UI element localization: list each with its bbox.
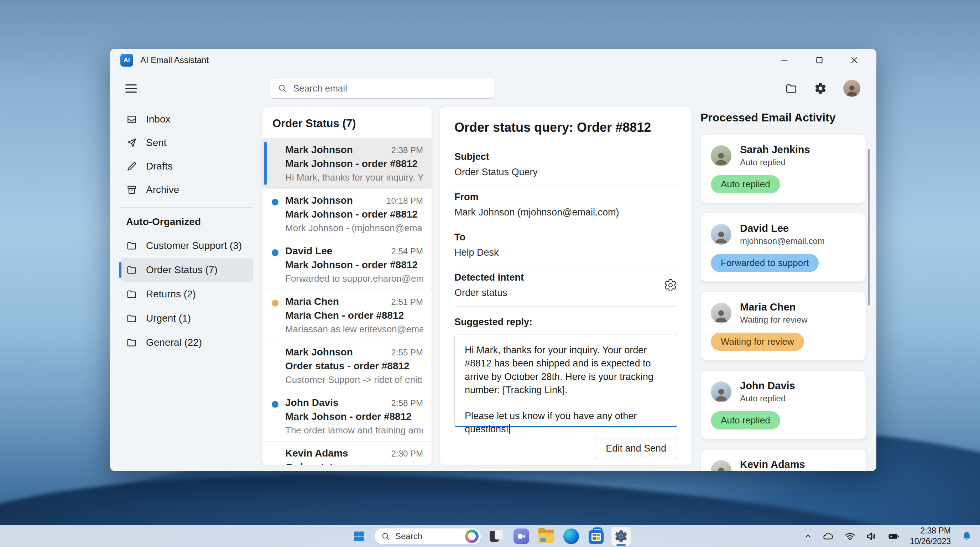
- email-list-panel: Order Status (7) Mark Johnson2:38 PM Mar…: [262, 107, 432, 465]
- desktop: AI AI Email Assistant Search email: [0, 0, 980, 547]
- field-detected-intent: Detected intent Order status: [454, 266, 677, 307]
- activity-card[interactable]: John Davis Auto replied Auto replied: [700, 370, 866, 439]
- field-from: From Mark Johnson (mjohnson@email.com): [454, 186, 677, 226]
- edge-browser-button[interactable]: [562, 527, 581, 546]
- email-list-item[interactable]: Maria Chen2:51 PM Maria Chen - order #88…: [262, 290, 431, 340]
- archive-icon: [126, 184, 137, 196]
- activity-card[interactable]: Maria Chen Waiting for review Waiting fo…: [700, 292, 866, 360]
- email-list-item[interactable]: Mark Johnson10:18 PM Mark Johnson - orde…: [262, 189, 431, 239]
- activity-subtitle: Auto replied: [740, 157, 810, 167]
- folder-icon: [126, 288, 137, 300]
- text-cursor: [509, 424, 510, 434]
- sidebar-folder-customer-support[interactable]: Customer Support (3): [121, 234, 253, 258]
- sidebar-item-drafts[interactable]: Drafts: [110, 154, 262, 178]
- email-time: 10:18 PM: [387, 196, 423, 206]
- activity-card[interactable]: Sarah Jenkins Auto replied Auto replied: [700, 134, 866, 203]
- file-explorer-button[interactable]: [537, 527, 556, 546]
- unread-dot: [272, 401, 278, 408]
- avatar: [711, 145, 732, 166]
- activity-card[interactable]: Kevin Adams Forwarded to support Forward…: [700, 449, 866, 471]
- chevron-up-icon[interactable]: [804, 532, 812, 541]
- store-icon: [589, 530, 604, 544]
- email-time: 2:55 PM: [391, 348, 423, 358]
- intent-settings-gear-icon[interactable]: [664, 278, 677, 292]
- folder-icon: [126, 264, 137, 276]
- scrollbar[interactable]: [868, 149, 870, 305]
- email-subject: Order status - order #8812: [285, 360, 423, 372]
- email-list-item[interactable]: Kevin Adams2:30 PM Order status query Yo…: [262, 442, 431, 465]
- inbox-icon: [126, 114, 137, 125]
- clock-date: 10/26/2023: [910, 536, 951, 547]
- sidebar-item-label: Sent: [146, 137, 167, 148]
- taskbar-search[interactable]: Search: [374, 528, 481, 544]
- volume-icon[interactable]: [866, 531, 877, 542]
- status-badge: Auto replied: [711, 411, 780, 429]
- suggested-reply-textarea[interactable]: Hi Mark, thanks for your inquiry. Your o…: [454, 334, 677, 427]
- email-list-item[interactable]: David Lee2:54 PM Mark Johnson - order #8…: [262, 239, 431, 290]
- email-subject: Maria Chen - order #8812: [285, 310, 423, 321]
- activity-subtitle: mjohnson@email.com: [740, 236, 825, 246]
- maximize-button[interactable]: [813, 54, 826, 66]
- email-sender: Kevin Adams: [285, 448, 348, 459]
- sidebar-folder-order-status[interactable]: Order Status (7): [121, 258, 253, 282]
- sidebar-item-sent[interactable]: Sent: [110, 131, 262, 154]
- field-value: Mark Johnson (mjohnson@email.com): [454, 207, 677, 218]
- chat-app-button[interactable]: [512, 527, 531, 546]
- app-window: AI AI Email Assistant Search email: [110, 49, 877, 471]
- email-preview: Hi Mark, thanks for your inquiry. Y...: [285, 172, 423, 183]
- sidebar-folder-general[interactable]: General (22): [121, 331, 253, 355]
- sidebar-folder-urgent[interactable]: Urgent (1): [121, 307, 253, 330]
- email-sender: Mark Johnson: [285, 347, 353, 358]
- email-preview: Mork Johnson - (mjohnson@email...: [285, 223, 423, 234]
- user-avatar[interactable]: [843, 80, 860, 97]
- sidebar-item-label: Archive: [146, 184, 179, 196]
- minimize-button[interactable]: [778, 54, 791, 66]
- sidebar-folder-returns[interactable]: Returns (2): [121, 282, 253, 306]
- search-icon: [277, 83, 287, 93]
- email-subject: Mark Johnson - order #8812: [285, 158, 423, 170]
- bell-icon[interactable]: [961, 530, 973, 542]
- search-input[interactable]: Search email: [270, 78, 495, 99]
- close-button[interactable]: [848, 54, 860, 66]
- activity-card[interactable]: David Lee mjohnson@email.com Forwarded t…: [700, 213, 866, 282]
- sidebar-section-label: Auto-Organized: [110, 211, 262, 233]
- field-label: To: [454, 232, 677, 243]
- email-list-item[interactable]: John Davis2:58 PM Mark Johson - order #8…: [262, 391, 431, 442]
- email-list-item[interactable]: Mark Johnson2:55 PM Order status - order…: [262, 340, 431, 391]
- window-title: AI Email Assistant: [140, 55, 209, 65]
- taskbar-search-label: Search: [395, 531, 460, 541]
- copilot-icon[interactable]: [465, 530, 479, 543]
- activity-name: Kevin Adams: [740, 459, 821, 471]
- task-view-button[interactable]: [487, 527, 506, 546]
- sidebar-item-archive[interactable]: Archive: [110, 178, 262, 202]
- gear-icon[interactable]: [814, 82, 827, 95]
- settings-app-button[interactable]: [611, 527, 631, 546]
- field-label: Detected intent: [454, 272, 664, 283]
- pencil-icon: [126, 161, 137, 172]
- email-time: 2:30 PM: [391, 449, 423, 459]
- field-subject: Subject Order Status Query: [454, 146, 677, 186]
- send-icon: [126, 137, 137, 148]
- status-badge: Auto replied: [711, 175, 780, 193]
- microsoft-store-button[interactable]: [587, 527, 606, 546]
- email-subject: Order status query: [285, 461, 423, 465]
- windows-start-icon: [353, 530, 365, 543]
- edit-and-send-button[interactable]: Edit and Send: [595, 438, 677, 459]
- taskbar-clock[interactable]: 2:38 PM 10/26/2023: [910, 526, 951, 547]
- sidebar: Inbox Sent Drafts Archive Auto-Organized: [110, 105, 262, 471]
- folder-icon: [126, 240, 137, 251]
- wifi-icon[interactable]: [844, 531, 856, 542]
- email-time: 2:51 PM: [391, 297, 423, 307]
- email-list-item[interactable]: Mark Johnson2:38 PM Mark Johnson - order…: [262, 138, 431, 189]
- folder-icon[interactable]: [785, 82, 798, 95]
- avatar: [711, 382, 732, 402]
- field-value: Order Status Query: [454, 167, 677, 178]
- cloud-icon[interactable]: [822, 530, 834, 542]
- unread-dot: [272, 249, 278, 256]
- sidebar-item-inbox[interactable]: Inbox: [110, 108, 262, 131]
- folder-label: Returns (2): [146, 288, 196, 300]
- battery-icon[interactable]: [887, 530, 900, 543]
- start-button[interactable]: [349, 527, 369, 546]
- detail-title: Order status query: Order #8812: [454, 120, 677, 135]
- menu-hamburger-button[interactable]: [125, 82, 140, 94]
